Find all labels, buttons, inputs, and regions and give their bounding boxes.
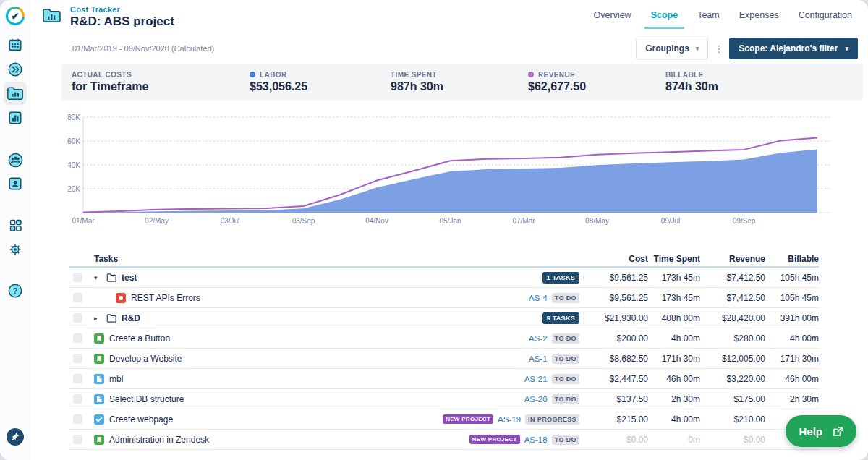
tab-configuration[interactable]: Configuration xyxy=(799,6,852,27)
bug-icon xyxy=(116,293,126,303)
person-icon[interactable] xyxy=(6,174,25,193)
row-checkbox[interactable] xyxy=(73,414,82,424)
stat-label: ACTUAL COSTS xyxy=(72,71,132,79)
document-icon xyxy=(94,374,104,384)
project-label-badge: NEW PROJECT xyxy=(443,414,493,424)
task-table-body: ▾test1 TASKS$9,561.25173h 45m$7,412.5010… xyxy=(69,268,819,450)
revenue-cell: $280.00 xyxy=(700,333,765,344)
task-row[interactable]: Create webpageNEW PROJECTAS-19IN PROGRES… xyxy=(69,409,819,430)
task-row[interactable]: Select DB structureAS-20TO DO$137.502h 3… xyxy=(69,389,819,409)
calendar-icon[interactable] xyxy=(6,35,25,54)
row-checkbox[interactable] xyxy=(73,333,82,343)
task-name: Create webpage xyxy=(109,414,173,425)
row-checkbox[interactable] xyxy=(73,374,82,383)
revenue-cell: $3,220.00 xyxy=(700,374,765,384)
revenue-cell: $12,005.00 xyxy=(700,354,765,364)
stats-band: ACTUAL COSTS for Timeframe LABOR $53,056… xyxy=(61,64,863,100)
task-row[interactable]: Develop a WebsiteAS-1TO DO$8,682.50171h … xyxy=(69,349,819,369)
cost-chart: 20K40K60K80K01/Mar02/May03/Jul03/Sep04/N… xyxy=(61,107,863,229)
groupings-button[interactable]: Groupings ▾ xyxy=(636,38,708,59)
main-content: Cost Tracker R&D: ABS project Overview S… xyxy=(30,0,868,64)
svg-text:01/Mar: 01/Mar xyxy=(72,217,95,225)
svg-text:20K: 20K xyxy=(67,185,80,193)
billable-cell: 105h 45m xyxy=(765,293,819,303)
pin-icon[interactable] xyxy=(6,427,25,446)
issue-key-link[interactable]: AS-1 xyxy=(529,354,548,363)
issue-key-link[interactable]: AS-4 xyxy=(529,294,548,302)
billable-cell: 391h 00m xyxy=(765,313,819,323)
issue-key-link[interactable]: AS-19 xyxy=(498,415,521,424)
tab-scope[interactable]: Scope xyxy=(651,6,678,27)
cost-chart-svg: 20K40K60K80K01/Mar02/May03/Jul03/Sep04/N… xyxy=(61,107,863,229)
stat-label: LABOR xyxy=(260,71,287,79)
bar-chart-icon[interactable] xyxy=(6,108,25,127)
expand-caret-icon[interactable]: ▾ xyxy=(94,274,101,281)
cost-tracker-folder-icon[interactable] xyxy=(6,84,25,103)
issue-key-link[interactable]: AS-18 xyxy=(524,435,548,444)
row-checkbox[interactable] xyxy=(73,394,82,404)
row-checkbox[interactable] xyxy=(73,273,82,282)
gear-icon[interactable] xyxy=(6,240,25,259)
scope-filter-button-label: Scope: Alejandro's filter xyxy=(739,43,838,54)
time-spent-cell: 46h 00m xyxy=(648,374,700,384)
task-row[interactable]: mblAS-21TO DO$2,447.5046h 00m$3,220.0046… xyxy=(69,369,819,389)
task-name: test xyxy=(122,273,137,283)
tab-expenses[interactable]: Expenses xyxy=(739,6,779,27)
cost-cell: $215.00 xyxy=(579,414,648,425)
expand-caret-icon[interactable]: ▸ xyxy=(94,315,101,322)
app-logo-icon[interactable]: ✔ xyxy=(6,7,25,25)
stat-revenue: REVENUE $62,677.50 xyxy=(528,71,665,93)
row-checkbox[interactable] xyxy=(73,354,82,363)
tab-team[interactable]: Team xyxy=(697,6,720,27)
revenue-cell: $175.00 xyxy=(700,394,765,404)
billable-cell: 2h 30m xyxy=(765,394,819,404)
issue-key-link[interactable]: AS-2 xyxy=(529,334,548,343)
billable-cell: 171h 30m xyxy=(765,354,819,364)
svg-text:80K: 80K xyxy=(67,114,80,122)
row-checkbox[interactable] xyxy=(73,313,82,323)
issue-key-link[interactable]: AS-21 xyxy=(524,375,548,383)
scope-filter-button[interactable]: Scope: Alejandro's filter ▾ xyxy=(729,38,858,59)
issue-key-link[interactable]: AS-20 xyxy=(524,395,548,404)
svg-text:60K: 60K xyxy=(67,137,80,145)
tab-overview[interactable]: Overview xyxy=(594,6,631,27)
task-name: Develop a Website xyxy=(109,354,182,364)
time-spent-cell: 4h 00m xyxy=(648,414,700,425)
help-circle-icon[interactable]: ? xyxy=(6,281,25,300)
svg-text:05/Jan: 05/Jan xyxy=(439,217,461,225)
revenue-cell: $7,412.50 xyxy=(700,273,765,283)
stat-label: REVENUE xyxy=(538,71,575,79)
time-spent-cell: 4h 00m xyxy=(648,333,700,344)
forward-chevrons-icon[interactable] xyxy=(6,60,25,79)
cost-cell: $9,561.25 xyxy=(579,273,648,283)
svg-text:09/Sep: 09/Sep xyxy=(733,217,756,225)
stat-value: $53,056.25 xyxy=(250,80,391,93)
svg-text:03/Sep: 03/Sep xyxy=(292,217,315,225)
revenue-cell: $0.00 xyxy=(700,435,765,445)
svg-text:04/Nov: 04/Nov xyxy=(365,217,388,225)
apps-grid-icon[interactable] xyxy=(6,216,25,234)
task-row[interactable]: ▸R&D9 TASKS$21,930.00408h 00m$28,420.003… xyxy=(69,308,819,328)
time-spent-cell: 173h 45m xyxy=(648,273,700,283)
stat-value: $62,677.50 xyxy=(528,80,665,93)
row-checkbox[interactable] xyxy=(73,435,82,444)
stat-value: 874h 30m xyxy=(665,80,718,93)
task-row[interactable]: ▾test1 TASKS$9,561.25173h 45m$7,412.5010… xyxy=(69,268,819,288)
task-row[interactable]: Create a ButtonAS-2TO DO$200.004h 00m$28… xyxy=(69,328,819,349)
story-icon xyxy=(94,435,104,445)
more-options-icon[interactable]: ⋮ xyxy=(714,43,723,54)
cost-cell: $2,447.50 xyxy=(579,374,648,384)
revenue-cell: $7,412.50 xyxy=(700,293,765,303)
stat-time-spent: TIME SPENT 987h 30m xyxy=(391,71,528,93)
task-row[interactable]: Administration in ZendeskNEW PROJECTAS-1… xyxy=(69,430,819,450)
svg-text:08/May: 08/May xyxy=(585,217,609,225)
folder-icon xyxy=(106,273,116,283)
task-row[interactable]: REST APIs ErrorsAS-4TO DO$9,561.25173h 4… xyxy=(69,288,819,308)
row-checkbox[interactable] xyxy=(73,293,82,302)
page-title: R&D: ABS project xyxy=(70,14,174,29)
task-name: R&D xyxy=(122,313,140,323)
help-button[interactable]: Help xyxy=(786,415,856,447)
date-range: 01/Mar/2019 - 09/Nov/2020 (Calculated) xyxy=(72,44,214,53)
team-icon[interactable] xyxy=(6,150,25,169)
status-badge: TO DO xyxy=(552,333,579,344)
